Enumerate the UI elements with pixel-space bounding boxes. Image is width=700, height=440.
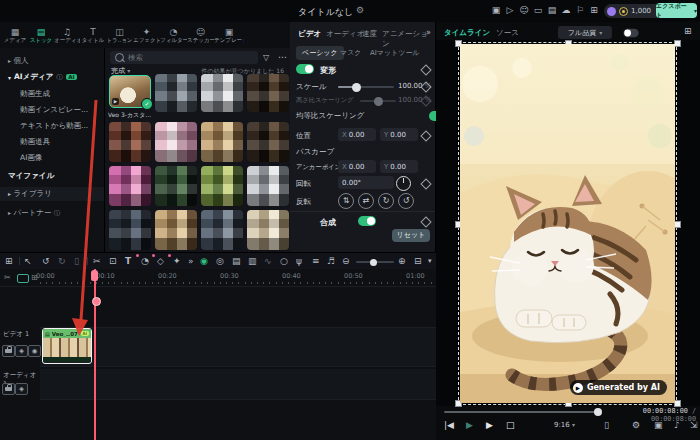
- filter-icon[interactable]: ▽: [263, 53, 269, 62]
- sidebar-item-library[interactable]: ▸ ライブラリ: [0, 187, 104, 201]
- mic-icon[interactable]: ψ: [296, 256, 302, 266]
- timeline-settings-icon[interactable]: ⊞: [5, 256, 13, 266]
- ripple-tool-icon[interactable]: ✂: [4, 273, 11, 282]
- stock-thumbnail[interactable]: [109, 210, 151, 250]
- position-y-input[interactable]: Y0.00: [380, 128, 418, 141]
- stop-button[interactable]: □: [506, 420, 515, 430]
- display-icon[interactable]: ▭: [532, 5, 544, 15]
- sidebar-item-partner[interactable]: ▸ パートナー ⓘ: [8, 208, 60, 218]
- stock-thumbnail[interactable]: [155, 122, 197, 162]
- rotate-keyframe-icon[interactable]: [420, 178, 431, 189]
- flip-horizontal-button[interactable]: ⇄: [358, 193, 374, 209]
- expand-preview-icon[interactable]: ⊞: [684, 26, 692, 36]
- stock-thumbnail[interactable]: [155, 210, 197, 250]
- tab-filter[interactable]: ◔フィルター: [160, 27, 187, 44]
- timeline-zoom-slider[interactable]: [356, 261, 394, 263]
- ai-tool-icon[interactable]: ✦: [173, 256, 181, 266]
- preview-compare-toggle[interactable]: [623, 29, 638, 38]
- transform-keyframe-icon[interactable]: [420, 64, 431, 75]
- film-icon[interactable]: ▤: [232, 256, 241, 266]
- timeline-clip-veo[interactable]: ▤ Veo_..07 AI: [42, 328, 92, 364]
- stock-thumbnail[interactable]: [201, 166, 243, 206]
- preview-tab-source[interactable]: ソース: [496, 28, 519, 38]
- subtab-ai-matte[interactable]: AIマットツール: [370, 48, 420, 58]
- avatar[interactable]: [607, 7, 616, 16]
- rotate-dial[interactable]: [396, 176, 411, 191]
- transform-toggle[interactable]: [296, 64, 314, 74]
- tab-title[interactable]: Tタイトル: [80, 27, 106, 44]
- stock-thumbnail[interactable]: [109, 122, 151, 162]
- text-tool-icon[interactable]: T: [125, 256, 131, 266]
- marker-icon[interactable]: ◎: [216, 256, 224, 266]
- sidebar-item-text-to-video[interactable]: テキストから動画...: [20, 121, 100, 131]
- crop-icon[interactable]: ⊡: [109, 256, 117, 266]
- stock-thumbnail[interactable]: [247, 166, 289, 206]
- composite-toggle[interactable]: [358, 216, 376, 226]
- subtab-mask[interactable]: マスク: [340, 48, 362, 58]
- snapshot-icon[interactable]: ▣: [654, 420, 663, 430]
- notification-icon[interactable]: ⚐: [574, 5, 586, 15]
- frame-icon[interactable]: ▥: [248, 256, 257, 266]
- stock-thumbnail[interactable]: [201, 210, 243, 250]
- stock-thumbnail[interactable]: [155, 74, 197, 112]
- props-tab-speed[interactable]: 速度: [362, 29, 377, 39]
- track-keyframe-icon[interactable]: ◈: [15, 345, 28, 357]
- zoom-in-icon[interactable]: ⊕: [398, 256, 406, 266]
- audio-wave-icon[interactable]: ∿: [264, 256, 272, 266]
- tab-stock[interactable]: ▤ストック: [28, 27, 54, 44]
- snap-icon[interactable]: ◉: [200, 256, 208, 266]
- quality-dropdown[interactable]: フル品質 ▾: [558, 26, 612, 39]
- layout-icon[interactable]: ⊞: [588, 5, 600, 15]
- flip-vertical-button[interactable]: ⇅: [338, 193, 354, 209]
- device-frame-icon[interactable]: ▯: [604, 420, 609, 430]
- sidebar-item-video-inspiration[interactable]: 動画インスピレー...: [20, 105, 100, 115]
- assistant-icon[interactable]: ▣: [490, 5, 502, 15]
- rotate-ccw-button[interactable]: ↺: [398, 193, 414, 209]
- speaker-icon[interactable]: ♪: [674, 420, 680, 430]
- more-icon[interactable]: ⋯: [278, 52, 287, 62]
- stock-thumbnail[interactable]: [247, 122, 289, 162]
- playhead-line[interactable]: [94, 269, 96, 440]
- step-back-button[interactable]: |◀: [444, 420, 454, 430]
- render-settings-icon[interactable]: ⚙: [632, 420, 640, 430]
- stock-thumbnail[interactable]: [247, 210, 289, 250]
- trash-icon[interactable]: ▯: [74, 256, 79, 266]
- rotate-input[interactable]: 0.00°: [338, 176, 394, 189]
- lock-icon[interactable]: [2, 345, 15, 357]
- feedback-icon[interactable]: ☺: [518, 5, 530, 15]
- export-button[interactable]: エクスポート ▾: [656, 3, 697, 18]
- sidebar-item-video-generate[interactable]: 動画生成: [20, 89, 50, 99]
- collapse-panel-icon[interactable]: »: [426, 28, 431, 37]
- playhead-head[interactable]: [91, 270, 98, 281]
- sidebar-item-ai-image[interactable]: AI画像: [20, 153, 42, 163]
- sidebar-item-ai-media[interactable]: ▾ AIメディア ⓘ AI: [8, 72, 77, 82]
- project-settings-icon[interactable]: ⚙: [356, 5, 364, 15]
- playhead-grab-dot[interactable]: [92, 297, 101, 306]
- scale-slider[interactable]: [338, 86, 394, 88]
- stock-thumbnail[interactable]: [201, 74, 243, 112]
- redo-icon[interactable]: ↻: [58, 256, 66, 266]
- cloud-icon[interactable]: ☁: [560, 5, 572, 15]
- props-tab-video[interactable]: ビデオ: [298, 29, 321, 39]
- stock-thumbnail-selected[interactable]: ▶ ✓: [109, 75, 151, 108]
- timeline-ruler[interactable]: ✂ ⊞ 00:00 00:10 00:20 00:30 00:40 00:50 …: [0, 269, 436, 287]
- search-input[interactable]: 検索: [110, 51, 258, 64]
- preview-scrub-bar[interactable]: [444, 411, 600, 413]
- stock-thumbnail[interactable]: [247, 74, 289, 112]
- gallery-icon[interactable]: ▤: [546, 5, 558, 15]
- audio-note-icon[interactable]: ♬: [327, 256, 335, 266]
- tab-effect[interactable]: ✦エフェクト: [133, 27, 160, 44]
- tab-sticker[interactable]: ☺ステッカー: [187, 27, 214, 44]
- props-tab-audio[interactable]: オーディオ: [326, 29, 364, 39]
- quality-badge-icon[interactable]: [17, 274, 29, 283]
- sidebar-item-my-files[interactable]: マイファイル: [8, 171, 54, 181]
- composite-keyframe-icon[interactable]: [420, 216, 431, 227]
- reset-button[interactable]: リセット: [392, 229, 430, 242]
- tab-audio[interactable]: ♫オーディオ: [54, 27, 80, 44]
- keyframe-tool-icon[interactable]: ◇: [157, 256, 164, 266]
- sidebar-item-personal[interactable]: ▸ 個人: [8, 56, 28, 66]
- track-keyframe-icon[interactable]: ◈: [15, 383, 28, 395]
- overflow-icon[interactable]: »: [188, 256, 194, 266]
- play-reverse-button[interactable]: ▶: [466, 420, 473, 430]
- mixer-icon[interactable]: ≡: [312, 256, 320, 266]
